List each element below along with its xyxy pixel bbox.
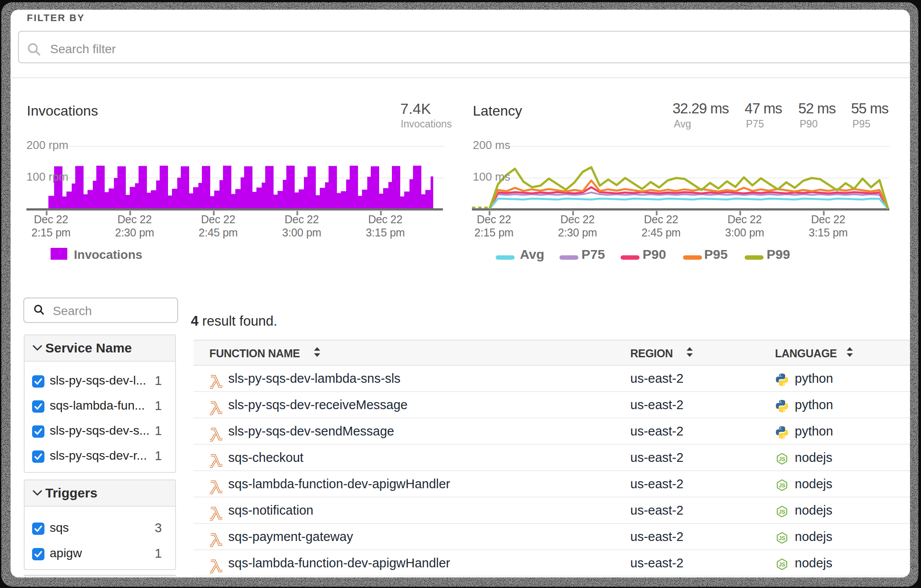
svg-text:JS: JS (779, 483, 786, 489)
svg-text:JS: JS (779, 456, 786, 462)
svg-text:JS: JS (779, 509, 786, 515)
svg-text:JS: JS (779, 562, 786, 568)
svg-text:JS: JS (779, 535, 786, 541)
